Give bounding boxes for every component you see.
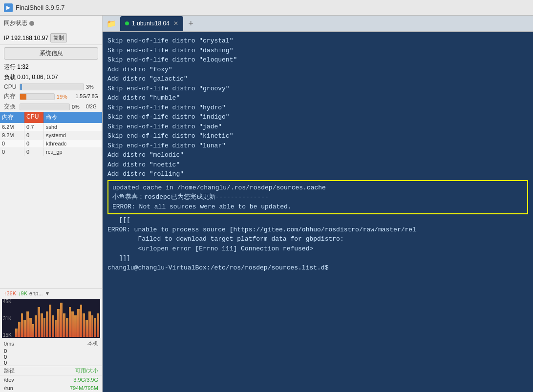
swap-row: 交换 0% 0/2G	[0, 102, 102, 112]
sync-row: 同步状态	[4, 19, 98, 27]
ping-value: 0ms	[4, 341, 14, 347]
net-dropdown-icon[interactable]: ▼	[45, 290, 50, 296]
ping-values: 0 0 0	[0, 348, 102, 366]
mem-label: 内存	[4, 92, 18, 101]
terminal-line: Skip end-of-life distro "indigo"	[107, 112, 528, 122]
cpu-progress-fill	[20, 84, 22, 90]
highlighted-lines: updated cache in /home/changlu/.ros/rosd…	[112, 183, 523, 212]
tab-bar: 📁 1 ubuntu18.04 ✕ +	[103, 16, 533, 32]
tab-label: 1 ubuntu18.04	[132, 20, 170, 27]
terminal-error-line: ERROR: unable to process source [https:/…	[107, 225, 528, 235]
process-table: 内存 CPU 命令 6.2M 0.7 sshd 9.2M 0 systemd 0…	[0, 112, 102, 289]
ping-val-0: 0	[4, 348, 98, 354]
swap-progress-container	[20, 103, 70, 110]
disk-rows: /dev 3.9G/3.9G /run 794M/795M	[0, 375, 102, 392]
terminal-line: [[[	[107, 215, 528, 225]
disk-header-path: 路径	[4, 367, 64, 374]
terminal-line: Add distro "galactic"	[107, 74, 528, 84]
folder-icon[interactable]: 📁	[105, 17, 118, 30]
sysinfo-button[interactable]: 系统信息	[4, 47, 98, 60]
app-icon: ▶	[4, 3, 13, 12]
network-section: ↑36K ↓9K enp... ▼	[0, 289, 102, 298]
chart-bar	[97, 313, 99, 337]
net-stats-row: ↑36K ↓9K enp... ▼	[4, 290, 98, 296]
terminal-line: Skip end-of-life distro "eloquent"	[107, 55, 528, 65]
terminal-line: Skip end-of-life distro "jade"	[107, 122, 528, 132]
proc-mem: 9.2M	[0, 131, 24, 139]
terminal-line: Skip end-of-life distro "kinetic"	[107, 131, 528, 141]
mem-row: 内存 19% 1.5G/7.8G	[0, 91, 102, 102]
swap-label: 交换	[4, 103, 18, 111]
terminal-panel: 📁 1 ubuntu18.04 ✕ + Skip end-of-life dis…	[103, 16, 533, 392]
proc-cpu: 0	[24, 148, 44, 156]
chart-bar	[91, 315, 94, 337]
table-row[interactable]: 9.2M 0 systemd	[0, 131, 102, 140]
mem-progress-fill	[20, 94, 26, 100]
ping-host: 本机	[87, 340, 98, 347]
chart-bar	[77, 309, 80, 337]
chart-bar	[88, 311, 91, 337]
terminal-line: Add distro "melodic"	[107, 150, 528, 160]
proc-header-cpu[interactable]: CPU	[24, 112, 44, 123]
chart-bar	[60, 303, 63, 337]
proc-header-mem[interactable]: 内存	[0, 112, 24, 123]
net-interface: enp...	[29, 290, 43, 296]
sync-dot	[29, 21, 34, 26]
terminal-line: ]]]	[107, 253, 528, 263]
load-row: 负载 0.01, 0.06, 0.07	[0, 72, 102, 83]
terminal-line: Add distro "humble"	[107, 93, 528, 103]
ping-val-1: 0	[4, 354, 98, 360]
proc-header-cmd[interactable]: 命令	[44, 112, 102, 123]
proc-cmd: rcu_gp	[44, 148, 102, 156]
chart-label-45k: 45K	[3, 299, 12, 304]
disk-header: 路径 可用/大小	[0, 366, 102, 375]
swap-percent: 0%	[72, 104, 84, 110]
chart-label-15k: 15K	[3, 332, 12, 338]
chart-bar	[94, 318, 96, 337]
main-layout: 同步状态 IP 192.168.10.97 复制 系统信息 运行 1:32 负载…	[0, 16, 533, 392]
chart-bar	[80, 305, 83, 337]
chart-bar	[85, 320, 88, 337]
net-download: ↓9K	[18, 290, 27, 296]
terminal-content[interactable]: Skip end-of-life distro "crystal"Skip en…	[103, 32, 533, 392]
chart-bar	[38, 307, 40, 337]
list-item[interactable]: /dev 3.9G/3.9G	[0, 375, 102, 384]
proc-cpu: 0.7	[24, 123, 44, 131]
disk-header-avail: 可用/大小	[64, 367, 98, 374]
mem-percent: 19%	[57, 94, 74, 100]
chart-label-31k: 31K	[3, 316, 12, 321]
runtime-label: 运行 1:32	[4, 63, 29, 71]
chart-bar	[57, 309, 60, 337]
table-row[interactable]: 6.2M 0.7 sshd	[0, 123, 102, 131]
terminal-highlighted-line: ERROR: Not all sources were able to be u…	[112, 202, 523, 212]
sync-section: 同步状态	[0, 16, 102, 31]
load-label: 负载 0.01, 0.06, 0.07	[4, 73, 58, 82]
terminal-lines-after: [[[ERROR: unable to process source [http…	[107, 215, 528, 272]
disk-avail: 3.9G/3.9G	[64, 377, 98, 383]
disk-path: /dev	[4, 377, 64, 383]
table-row[interactable]: 0 0 rcu_gp	[0, 148, 102, 156]
tab-add-button[interactable]: +	[185, 18, 197, 29]
terminal-highlighted-line: updated cache in /home/changlu/.ros/rosd…	[112, 183, 523, 193]
proc-cmd: systemd	[44, 131, 102, 139]
swap-used: 0/2G	[86, 104, 98, 109]
copy-button[interactable]: 复制	[50, 33, 67, 42]
disk-section: 路径 可用/大小 /dev 3.9G/3.9G /run 794M/795M	[0, 366, 102, 392]
table-row[interactable]: 0 0 kthreadc	[0, 140, 102, 148]
sync-label: 同步状态	[4, 19, 27, 27]
cpu-progress-container	[20, 83, 84, 90]
chart-bar	[41, 313, 43, 337]
terminal-lines-before: Skip end-of-life distro "crystal"Skip en…	[107, 36, 528, 179]
ip-row: IP 192.168.10.97 复制	[0, 31, 102, 45]
mem-used: 1.5G/7.8G	[76, 94, 98, 99]
list-item[interactable]: /run 794M/795M	[0, 384, 102, 392]
chart-labels: 45K 31K 15K	[3, 299, 12, 338]
mem-progress-container	[20, 93, 55, 100]
terminal-tab[interactable]: 1 ubuntu18.04 ✕	[120, 16, 183, 31]
proc-mem: 0	[0, 148, 24, 156]
terminal-line: Failed to download target platform data …	[107, 234, 528, 244]
chart-bars-container	[14, 299, 100, 338]
chart-bar	[49, 305, 51, 337]
tab-close-button[interactable]: ✕	[173, 20, 178, 27]
chart-bar	[74, 315, 77, 337]
